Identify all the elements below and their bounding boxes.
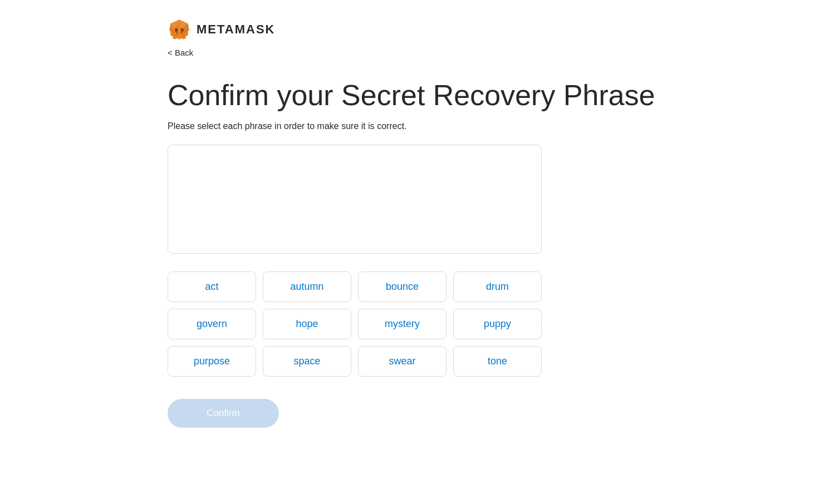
word-mystery-button[interactable]: mystery — [358, 309, 446, 339]
word-hope-button[interactable]: hope — [263, 309, 351, 339]
word-puppy-button[interactable]: puppy — [453, 309, 542, 339]
word-swear-button[interactable]: swear — [358, 346, 446, 377]
page-subtitle: Please select each phrase in order to ma… — [168, 121, 657, 131]
word-bounce-button[interactable]: bounce — [358, 271, 446, 302]
word-act-button[interactable]: act — [168, 271, 256, 302]
word-govern-button[interactable]: govern — [168, 309, 256, 339]
word-purpose-button[interactable]: purpose — [168, 346, 256, 377]
logo-row: METAMASK — [168, 18, 657, 41]
svg-point-13 — [181, 28, 184, 32]
header: METAMASK < Back — [168, 18, 657, 57]
metamask-logo-icon — [168, 18, 191, 41]
word-drum-button[interactable]: drum — [453, 271, 542, 302]
words-grid: actautumnbouncedrumgovernhopemysterypupp… — [168, 271, 542, 377]
phrase-drop-zone — [168, 145, 542, 254]
word-tone-button[interactable]: tone — [453, 346, 542, 377]
word-autumn-button[interactable]: autumn — [263, 271, 351, 302]
confirm-button[interactable]: Confirm — [168, 399, 279, 428]
page-title: Confirm your Secret Recovery Phrase — [168, 80, 657, 111]
app-logo-text: METAMASK — [197, 22, 275, 37]
word-space-button[interactable]: space — [263, 346, 351, 377]
page-container: METAMASK < Back Confirm your Secret Reco… — [145, 0, 680, 446]
svg-point-12 — [175, 28, 178, 32]
back-button[interactable]: < Back — [168, 48, 657, 57]
